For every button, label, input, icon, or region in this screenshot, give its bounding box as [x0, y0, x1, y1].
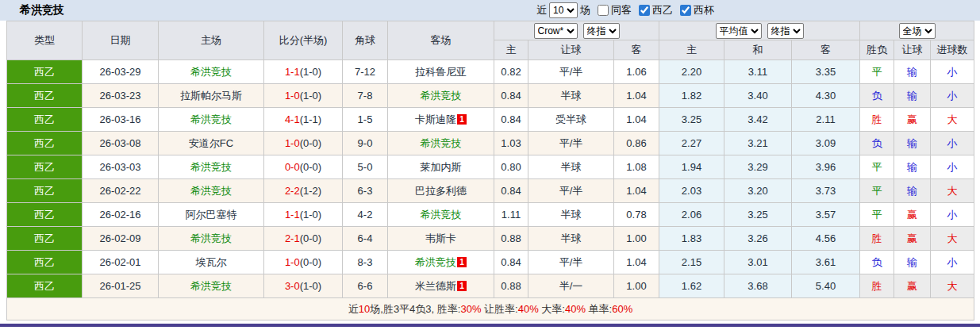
- avg-draw-odds: 3.29: [724, 155, 792, 179]
- away-team-name: 希洪竞技: [421, 209, 462, 221]
- match-row: 西乙 26-03-23 拉斯帕尔马斯 1-0(1-0) 7-8 希洪竞技 0.8…: [7, 84, 974, 108]
- avg-home-odds: 3.25: [659, 108, 724, 132]
- summary-seg-8: 40%: [565, 303, 586, 315]
- corner-count: 1-5: [343, 108, 388, 132]
- same-away-checkbox[interactable]: [598, 5, 609, 16]
- match-date: 26-03-16: [83, 108, 159, 132]
- away-team-cell: 希洪竞技1: [388, 251, 494, 274]
- match-count-select[interactable]: 10: [549, 2, 578, 18]
- home-team-name: 埃瓦尔: [196, 256, 227, 268]
- avg-home-odds: 2.20: [659, 60, 724, 84]
- handicap-result: 赢: [894, 274, 931, 298]
- avg-away-odds: 4.56: [792, 227, 860, 251]
- summary-seg-4: 30%: [460, 303, 481, 315]
- col-header-date: 日期: [83, 21, 159, 60]
- let-home-odds: 0.80: [494, 155, 528, 179]
- xibei-checkbox[interactable]: [680, 5, 691, 16]
- home-team-cell: 希洪竞技: [159, 274, 264, 298]
- away-red-card-badge: 1: [457, 114, 467, 125]
- handicap-result: 输: [894, 60, 931, 84]
- home-team-name: 希洪竞技: [190, 113, 232, 125]
- handicap-result: 输: [894, 84, 931, 108]
- handicap-line: 平/半: [528, 179, 614, 203]
- let-home-odds: 0.84: [494, 84, 528, 108]
- handicap-line: 平/半: [528, 60, 614, 84]
- score-cell: 2-2(1-2): [264, 179, 343, 203]
- goals-result: 小: [931, 155, 974, 179]
- home-team-cell: 埃瓦尔: [159, 251, 264, 274]
- avg-home-odds: 2.27: [659, 132, 724, 155]
- half-time-score: (0-0): [300, 137, 321, 149]
- handicap-line: 半球: [528, 227, 614, 251]
- filter-league-xiyi[interactable]: 西乙: [639, 3, 673, 17]
- let-away-odds: 1.04: [614, 179, 659, 203]
- home-team-cell: 希洪竞技: [159, 227, 264, 251]
- filter-same-away[interactable]: 同客: [598, 3, 632, 17]
- score-cell: 1-0(1-0): [264, 84, 343, 108]
- league-badge: 西乙: [7, 251, 83, 274]
- col-header-result: 胜负: [860, 40, 894, 60]
- match-row: 西乙 26-03-29 希洪竞技 1-1(1-0) 7-12 拉科鲁尼亚 0.8…: [7, 60, 974, 84]
- league-badge: 西乙: [7, 108, 83, 132]
- match-row: 西乙 26-03-16 希洪竞技 4-1(1-1) 1-5 卡斯迪隆1 0.84…: [7, 108, 974, 132]
- home-team-name: 希洪竞技: [190, 280, 232, 292]
- match-date: 26-02-16: [83, 203, 159, 227]
- corner-count: 6-3: [343, 179, 388, 203]
- handicap-result: 输: [894, 251, 931, 274]
- avg-draw-odds: 3.20: [724, 179, 792, 203]
- league-badge: 西乙: [7, 155, 83, 179]
- xiyi-checkbox[interactable]: [639, 5, 650, 16]
- summary-seg-7: 大率:: [539, 303, 565, 315]
- league-badge: 西乙: [7, 274, 83, 298]
- score-cell: 1-0(0-0): [264, 251, 343, 274]
- win-draw-loss-result: 平: [860, 203, 894, 227]
- goals-result: 小: [931, 84, 974, 108]
- league-badge: 西乙: [7, 60, 83, 84]
- away-red-card-badge: 1: [457, 281, 467, 291]
- away-team-name: 拉科鲁尼亚: [415, 66, 467, 78]
- win-draw-loss-result: 负: [860, 251, 894, 274]
- corner-count: 9-0: [343, 132, 388, 155]
- handicap-line: 半球: [528, 155, 614, 179]
- bookmaker-select[interactable]: Crow*: [534, 23, 578, 39]
- away-team-cell: 卡斯迪隆1: [388, 108, 494, 132]
- away-red-card-badge: 1: [457, 257, 467, 267]
- win-draw-loss-result: 平: [860, 155, 894, 179]
- group-header-row: 类型 日期 主场 比分(半场) 角球 客场 Crow* 终指: [7, 21, 974, 40]
- corner-count: 8-3: [343, 251, 388, 274]
- avg-away-odds: 3.35: [792, 60, 860, 84]
- full-time-score: 1-0: [285, 256, 300, 268]
- average-select[interactable]: 平均值: [716, 23, 762, 39]
- away-team-cell: 巴拉多利德: [388, 179, 494, 203]
- full-time-score: 3-0: [285, 280, 300, 292]
- average-stage-select[interactable]: 终指: [767, 23, 804, 39]
- home-team-cell: 安道尔FC: [159, 132, 264, 155]
- let-away-odds: 0.78: [614, 203, 659, 227]
- avg-home-odds: 1.82: [659, 84, 724, 108]
- filter-cup-xibei[interactable]: 西杯: [680, 3, 714, 17]
- match-date: 26-03-23: [83, 84, 159, 108]
- match-date: 26-02-09: [83, 227, 159, 251]
- avg-draw-odds: 3.11: [724, 60, 792, 84]
- match-date: 26-02-01: [83, 251, 159, 274]
- home-team-name: 拉斯帕尔马斯: [180, 90, 242, 102]
- home-team-cell: 希洪竞技: [159, 108, 264, 132]
- away-team-cell: 希洪竞技: [388, 132, 494, 155]
- score-cell: 0-0(0-0): [264, 155, 343, 179]
- win-draw-loss-result: 平: [860, 179, 894, 203]
- corner-count: 4-2: [343, 203, 388, 227]
- let-away-odds: 1.00: [614, 274, 659, 298]
- full-time-score: 2-2: [285, 185, 300, 197]
- bookmaker-stage-select[interactable]: 终指: [583, 23, 620, 39]
- scope-select[interactable]: 全场: [899, 23, 936, 39]
- let-home-odds: 0.88: [494, 274, 528, 298]
- match-row: 西乙 26-02-22 希洪竞技 2-2(1-2) 6-3 巴拉多利德 0.84…: [7, 179, 974, 203]
- handicap-line: 半球: [528, 203, 614, 227]
- col-header-home: 主场: [159, 21, 264, 60]
- half-time-score: (1-0): [300, 66, 321, 78]
- away-team-cell: 希洪竞技: [388, 84, 494, 108]
- win-draw-loss-result: 平: [860, 60, 894, 84]
- avg-draw-odds: 3.40: [724, 84, 792, 108]
- home-team-name: 希洪竞技: [190, 232, 232, 244]
- match-row: 西乙 26-03-08 安道尔FC 1-0(0-0) 9-0 希洪竞技 1.03…: [7, 132, 974, 155]
